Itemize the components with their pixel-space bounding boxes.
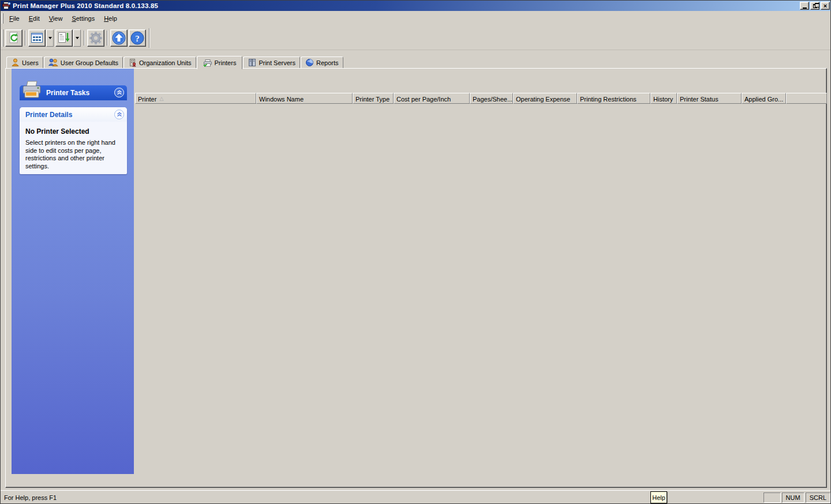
- column-header-label: Cost per Page/Inch: [396, 96, 451, 103]
- column-header-label: Printer: [138, 96, 156, 103]
- upgrade-arrow-icon: [111, 31, 126, 46]
- no-printer-selected-title: No Printer Selected: [25, 127, 121, 136]
- collapse-tasks-button[interactable]: [114, 88, 124, 97]
- tab-label: Reports: [316, 59, 339, 66]
- tab-user-group-defaults[interactable]: User Group Defaults: [44, 57, 123, 68]
- user-group-icon: [48, 58, 58, 67]
- no-printer-selected-text: Select printers on the right hand side t…: [25, 139, 121, 170]
- toolbar-separator: [25, 31, 26, 46]
- sort-button[interactable]: [55, 29, 73, 47]
- tab-label: Printers: [215, 59, 237, 66]
- app-window: { "window": { "title": "Print Manager Pl…: [0, 0, 831, 504]
- restore-button[interactable]: [810, 2, 819, 10]
- column-header-printer-type[interactable]: Printer Type: [353, 93, 394, 104]
- tab-strip: UsersUser Group DefaultsOrganization Uni…: [6, 55, 344, 68]
- column-header-operating-expense[interactable]: Operating Expense: [513, 93, 577, 104]
- organization-icon: [128, 58, 137, 67]
- printer-tasks-title: Printer Tasks: [46, 89, 89, 97]
- view-columns-dropdown-button[interactable]: [46, 29, 54, 47]
- status-indicator-scrl: SCRL: [806, 492, 830, 503]
- printer-details-panel: Printer Details No Printer Selected Sele…: [20, 107, 127, 174]
- sort-ascending-icon: △: [159, 96, 163, 101]
- column-header-filler: [786, 93, 827, 104]
- app-printer-icon: [2, 2, 11, 10]
- column-header-label: Operating Expense: [516, 96, 570, 103]
- tab-label: Users: [22, 59, 39, 66]
- sort-icon: [57, 31, 71, 45]
- chevron-down-icon: [48, 37, 52, 39]
- column-header-printing-restrictions[interactable]: Printing Restrictions: [577, 93, 650, 104]
- task-pane-sidebar: Printer Tasks Printer Details No Printer…: [12, 69, 134, 474]
- printer-tasks-header[interactable]: Printer Tasks: [20, 85, 127, 100]
- toolbar: ?: [1, 26, 831, 50]
- column-header-printer-status[interactable]: Printer Status: [677, 93, 742, 104]
- svg-text:?: ?: [135, 33, 140, 43]
- print-server-icon: [248, 58, 256, 67]
- upgrade-arrow-button[interactable]: [110, 29, 128, 47]
- minimize-icon: [803, 7, 807, 9]
- window-title: Print Manager Plus 2010 Standard 8.0.133…: [13, 2, 158, 9]
- sort-dropdown-button[interactable]: [73, 29, 81, 47]
- restore-icon: [813, 4, 817, 8]
- title-bar[interactable]: Print Manager Plus 2010 Standard 8.0.133…: [1, 1, 831, 11]
- column-header-cost-per-page-inch[interactable]: Cost per Page/Inch: [394, 93, 470, 104]
- printer-details-header[interactable]: Printer Details: [20, 107, 127, 122]
- printer-tab-icon: [203, 59, 212, 67]
- menu-edit[interactable]: Edit: [24, 13, 44, 24]
- tab-printers[interactable]: Printers: [197, 56, 243, 69]
- column-header-printer[interactable]: Printer△: [135, 93, 256, 104]
- status-message: For Help, press F1: [4, 494, 57, 501]
- settings-gear-icon: [88, 30, 104, 46]
- status-bar: For Help, press F1 NUMSCRL: [1, 490, 831, 504]
- status-indicator-num: NUM: [782, 492, 804, 503]
- tab-organization-units[interactable]: Organization Units: [123, 57, 196, 68]
- toolbar-separator: [84, 31, 85, 46]
- column-header-label: Applied Gro...: [744, 96, 783, 103]
- refresh-icon: [7, 31, 21, 45]
- tab-label: Print Servers: [259, 59, 295, 66]
- column-header-windows-name[interactable]: Windows Name: [256, 93, 353, 104]
- printer-table-header: Printer△Windows NamePrinter TypeCost per…: [135, 93, 827, 104]
- close-button[interactable]: ×: [821, 2, 830, 10]
- settings-gear-button[interactable]: [87, 29, 104, 47]
- tab-label: Organization Units: [139, 59, 192, 66]
- tab-reports[interactable]: Reports: [301, 57, 343, 68]
- refresh-button[interactable]: [5, 29, 23, 47]
- column-header-pages-shee-[interactable]: Pages/Shee...: [470, 93, 513, 104]
- help-tooltip: Help: [650, 491, 667, 503]
- collapse-details-button[interactable]: [114, 110, 124, 119]
- tab-users[interactable]: Users: [6, 57, 43, 68]
- menu-gripper[interactable]: [2, 13, 3, 24]
- toolbar-band-edge: [149, 28, 150, 48]
- minimize-button[interactable]: [800, 2, 809, 10]
- column-header-label: History: [653, 96, 673, 103]
- column-header-label: Printing Restrictions: [580, 96, 637, 103]
- column-header-label: Printer Type: [355, 96, 390, 103]
- chevron-down-icon: [76, 37, 79, 39]
- user-icon: [11, 58, 20, 67]
- column-header-history[interactable]: History: [650, 93, 677, 104]
- close-icon: ×: [823, 3, 827, 9]
- view-columns-button[interactable]: [28, 29, 46, 47]
- help-button[interactable]: ?: [129, 29, 146, 47]
- tab-print-servers[interactable]: Print Servers: [243, 57, 300, 68]
- printer-details-title: Printer Details: [25, 111, 72, 119]
- column-header-label: Printer Status: [680, 96, 718, 103]
- view-columns-icon: [30, 31, 44, 45]
- column-header-label: Windows Name: [259, 96, 304, 103]
- status-panes: NUMSCRL: [763, 492, 830, 503]
- toolbar-gripper[interactable]: [2, 29, 3, 47]
- status-pane-empty: [763, 492, 781, 503]
- menu-settings[interactable]: Settings: [67, 13, 99, 24]
- help-icon: ?: [130, 31, 145, 46]
- menu-help[interactable]: Help: [99, 13, 122, 24]
- column-header-applied-gro-[interactable]: Applied Gro...: [742, 93, 786, 104]
- toolbar-separator: [107, 31, 108, 46]
- printer-tasks-icon: [21, 80, 44, 101]
- reports-pie-icon: [305, 58, 314, 67]
- menu-view[interactable]: View: [44, 13, 68, 24]
- menu-file[interactable]: File: [5, 13, 24, 24]
- tab-label: User Group Defaults: [61, 59, 118, 66]
- column-header-label: Pages/Shee...: [473, 96, 512, 103]
- menu-bar: FileEditViewSettingsHelp: [1, 11, 831, 26]
